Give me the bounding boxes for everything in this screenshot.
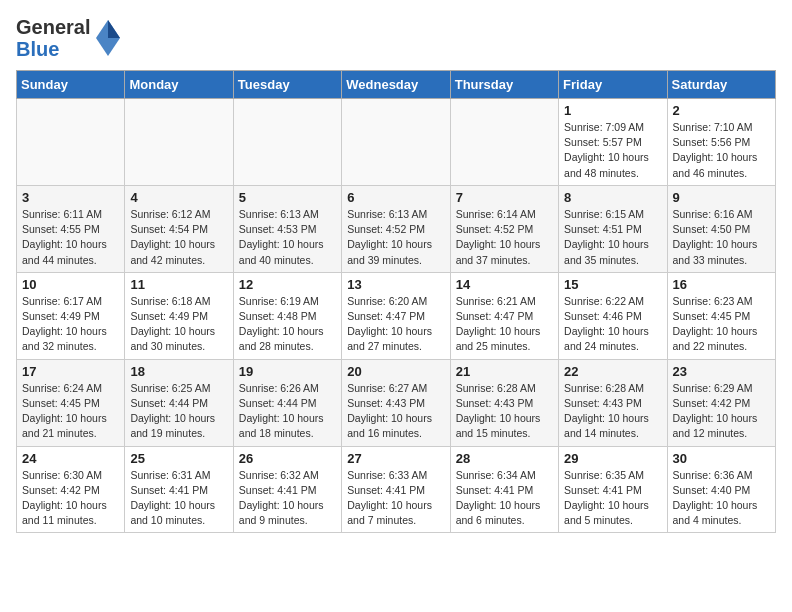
day-header-thursday: Thursday [450,71,558,99]
day-number: 8 [564,190,661,205]
day-info: Sunrise: 6:23 AM Sunset: 4:45 PM Dayligh… [673,294,770,355]
week-row-2: 3Sunrise: 6:11 AM Sunset: 4:55 PM Daylig… [17,185,776,272]
day-cell: 17Sunrise: 6:24 AM Sunset: 4:45 PM Dayli… [17,359,125,446]
day-info: Sunrise: 6:17 AM Sunset: 4:49 PM Dayligh… [22,294,119,355]
day-cell: 23Sunrise: 6:29 AM Sunset: 4:42 PM Dayli… [667,359,775,446]
day-number: 28 [456,451,553,466]
day-number: 30 [673,451,770,466]
week-row-3: 10Sunrise: 6:17 AM Sunset: 4:49 PM Dayli… [17,272,776,359]
day-number: 22 [564,364,661,379]
day-header-saturday: Saturday [667,71,775,99]
day-cell: 14Sunrise: 6:21 AM Sunset: 4:47 PM Dayli… [450,272,558,359]
day-cell: 6Sunrise: 6:13 AM Sunset: 4:52 PM Daylig… [342,185,450,272]
day-info: Sunrise: 6:25 AM Sunset: 4:44 PM Dayligh… [130,381,227,442]
day-number: 13 [347,277,444,292]
day-cell [125,99,233,186]
day-info: Sunrise: 6:33 AM Sunset: 4:41 PM Dayligh… [347,468,444,529]
day-info: Sunrise: 6:32 AM Sunset: 4:41 PM Dayligh… [239,468,336,529]
day-number: 18 [130,364,227,379]
day-info: Sunrise: 6:13 AM Sunset: 4:52 PM Dayligh… [347,207,444,268]
day-number: 27 [347,451,444,466]
day-number: 16 [673,277,770,292]
day-info: Sunrise: 6:20 AM Sunset: 4:47 PM Dayligh… [347,294,444,355]
day-cell: 11Sunrise: 6:18 AM Sunset: 4:49 PM Dayli… [125,272,233,359]
day-info: Sunrise: 6:27 AM Sunset: 4:43 PM Dayligh… [347,381,444,442]
day-number: 12 [239,277,336,292]
day-cell: 18Sunrise: 6:25 AM Sunset: 4:44 PM Dayli… [125,359,233,446]
day-number: 9 [673,190,770,205]
header-row: SundayMondayTuesdayWednesdayThursdayFrid… [17,71,776,99]
day-number: 7 [456,190,553,205]
day-number: 25 [130,451,227,466]
day-cell: 25Sunrise: 6:31 AM Sunset: 4:41 PM Dayli… [125,446,233,533]
day-info: Sunrise: 6:36 AM Sunset: 4:40 PM Dayligh… [673,468,770,529]
day-header-monday: Monday [125,71,233,99]
week-row-4: 17Sunrise: 6:24 AM Sunset: 4:45 PM Dayli… [17,359,776,446]
day-cell: 7Sunrise: 6:14 AM Sunset: 4:52 PM Daylig… [450,185,558,272]
day-number: 23 [673,364,770,379]
day-info: Sunrise: 6:12 AM Sunset: 4:54 PM Dayligh… [130,207,227,268]
day-cell: 27Sunrise: 6:33 AM Sunset: 4:41 PM Dayli… [342,446,450,533]
week-row-1: 1Sunrise: 7:09 AM Sunset: 5:57 PM Daylig… [17,99,776,186]
day-number: 29 [564,451,661,466]
header: General Blue [16,16,776,60]
logo-general-text: General [16,16,90,38]
day-cell: 26Sunrise: 6:32 AM Sunset: 4:41 PM Dayli… [233,446,341,533]
day-info: Sunrise: 6:16 AM Sunset: 4:50 PM Dayligh… [673,207,770,268]
day-info: Sunrise: 6:24 AM Sunset: 4:45 PM Dayligh… [22,381,119,442]
day-cell: 2Sunrise: 7:10 AM Sunset: 5:56 PM Daylig… [667,99,775,186]
day-cell: 29Sunrise: 6:35 AM Sunset: 4:41 PM Dayli… [559,446,667,533]
day-info: Sunrise: 6:29 AM Sunset: 4:42 PM Dayligh… [673,381,770,442]
day-cell: 28Sunrise: 6:34 AM Sunset: 4:41 PM Dayli… [450,446,558,533]
day-cell: 8Sunrise: 6:15 AM Sunset: 4:51 PM Daylig… [559,185,667,272]
day-info: Sunrise: 6:15 AM Sunset: 4:51 PM Dayligh… [564,207,661,268]
day-info: Sunrise: 6:31 AM Sunset: 4:41 PM Dayligh… [130,468,227,529]
day-info: Sunrise: 6:21 AM Sunset: 4:47 PM Dayligh… [456,294,553,355]
day-number: 15 [564,277,661,292]
day-info: Sunrise: 6:35 AM Sunset: 4:41 PM Dayligh… [564,468,661,529]
svg-marker-1 [108,20,120,38]
day-cell [17,99,125,186]
day-cell: 3Sunrise: 6:11 AM Sunset: 4:55 PM Daylig… [17,185,125,272]
day-header-friday: Friday [559,71,667,99]
day-number: 6 [347,190,444,205]
day-info: Sunrise: 6:34 AM Sunset: 4:41 PM Dayligh… [456,468,553,529]
logo-blue-text: Blue [16,38,90,60]
day-cell: 30Sunrise: 6:36 AM Sunset: 4:40 PM Dayli… [667,446,775,533]
day-cell: 19Sunrise: 6:26 AM Sunset: 4:44 PM Dayli… [233,359,341,446]
day-number: 17 [22,364,119,379]
day-info: Sunrise: 6:19 AM Sunset: 4:48 PM Dayligh… [239,294,336,355]
day-cell [450,99,558,186]
day-cell: 22Sunrise: 6:28 AM Sunset: 4:43 PM Dayli… [559,359,667,446]
day-cell [233,99,341,186]
day-number: 14 [456,277,553,292]
day-info: Sunrise: 6:11 AM Sunset: 4:55 PM Dayligh… [22,207,119,268]
day-cell: 16Sunrise: 6:23 AM Sunset: 4:45 PM Dayli… [667,272,775,359]
day-cell: 13Sunrise: 6:20 AM Sunset: 4:47 PM Dayli… [342,272,450,359]
day-cell: 10Sunrise: 6:17 AM Sunset: 4:49 PM Dayli… [17,272,125,359]
day-cell: 9Sunrise: 6:16 AM Sunset: 4:50 PM Daylig… [667,185,775,272]
logo-icon [94,18,122,58]
day-number: 10 [22,277,119,292]
day-info: Sunrise: 7:09 AM Sunset: 5:57 PM Dayligh… [564,120,661,181]
day-number: 20 [347,364,444,379]
day-cell: 24Sunrise: 6:30 AM Sunset: 4:42 PM Dayli… [17,446,125,533]
day-info: Sunrise: 6:22 AM Sunset: 4:46 PM Dayligh… [564,294,661,355]
day-number: 11 [130,277,227,292]
day-number: 4 [130,190,227,205]
day-cell [342,99,450,186]
day-cell: 4Sunrise: 6:12 AM Sunset: 4:54 PM Daylig… [125,185,233,272]
day-header-tuesday: Tuesday [233,71,341,99]
day-number: 1 [564,103,661,118]
day-info: Sunrise: 6:28 AM Sunset: 4:43 PM Dayligh… [456,381,553,442]
day-info: Sunrise: 6:30 AM Sunset: 4:42 PM Dayligh… [22,468,119,529]
week-row-5: 24Sunrise: 6:30 AM Sunset: 4:42 PM Dayli… [17,446,776,533]
day-number: 19 [239,364,336,379]
day-number: 5 [239,190,336,205]
day-cell: 21Sunrise: 6:28 AM Sunset: 4:43 PM Dayli… [450,359,558,446]
day-number: 3 [22,190,119,205]
day-header-wednesday: Wednesday [342,71,450,99]
logo: General Blue [16,16,122,60]
day-cell: 20Sunrise: 6:27 AM Sunset: 4:43 PM Dayli… [342,359,450,446]
day-cell: 5Sunrise: 6:13 AM Sunset: 4:53 PM Daylig… [233,185,341,272]
